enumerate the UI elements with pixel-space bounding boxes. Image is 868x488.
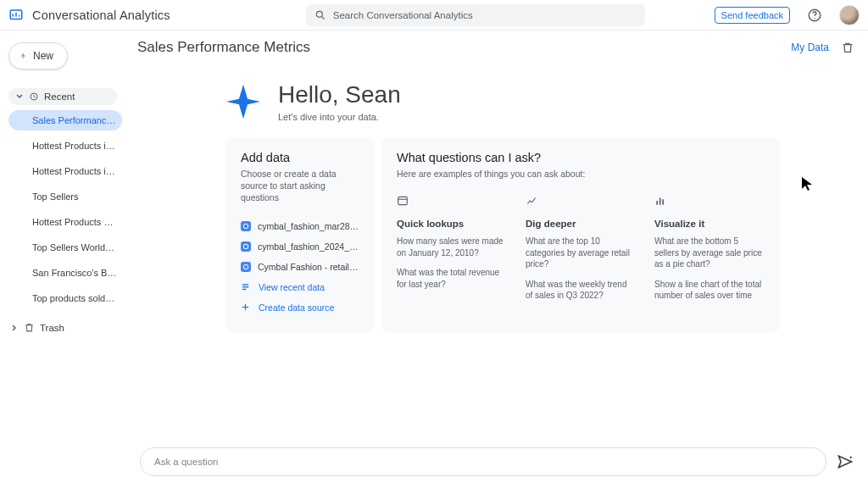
data-source-item[interactable]: cymbal_fashion_2024_03_28 xyxy=(241,236,359,257)
svg-rect-11 xyxy=(242,286,248,287)
sidebar: New Recent Sales Performance Met… Hottes… xyxy=(0,30,127,488)
search-icon xyxy=(314,9,326,21)
search-placeholder: Search Conversational Analytics xyxy=(333,10,473,20)
main-panel: Sales Performance Metrics My Data Hello,… xyxy=(127,30,868,488)
sidebar-item[interactable]: Top Sellers xyxy=(8,186,122,207)
trash-section[interactable]: Trash xyxy=(8,319,122,336)
create-data-source-link[interactable]: Create data source xyxy=(241,297,359,318)
help-icon[interactable] xyxy=(807,8,822,23)
add-data-desc: Choose or create a data source to start … xyxy=(241,168,359,204)
ask-placeholder: Ask a question xyxy=(154,457,218,467)
questions-card: What questions can I ask? Here are examp… xyxy=(381,137,780,333)
sidebar-item[interactable]: Hottest Products 2024-… xyxy=(8,212,122,232)
svg-line-2 xyxy=(322,16,325,19)
send-icon[interactable] xyxy=(837,453,854,470)
view-recent-data-link[interactable]: View recent data xyxy=(241,277,359,297)
avatar[interactable] xyxy=(839,5,860,25)
example-question[interactable]: How many sales were made on January 12, … xyxy=(397,236,507,258)
new-button-label: New xyxy=(33,50,53,62)
clock-icon xyxy=(29,92,39,102)
trash-label: Trash xyxy=(40,323,64,333)
question-column-quick: Quick lookups How many sales were made o… xyxy=(397,195,507,310)
datasource-icon xyxy=(241,221,251,231)
list-icon xyxy=(241,282,250,291)
questions-desc: Here are examples of things you can ask … xyxy=(397,168,765,180)
svg-point-20 xyxy=(850,457,852,458)
send-feedback-button[interactable]: Send feedback xyxy=(715,7,790,24)
sidebar-item[interactable]: Hottest Products in Mar… xyxy=(8,161,122,181)
dig-icon xyxy=(526,195,537,207)
data-source-item[interactable]: Cymbal Fashion - retail sales … xyxy=(241,257,359,277)
svg-point-4 xyxy=(814,18,815,19)
chevron-down-icon xyxy=(15,92,24,101)
ask-input[interactable]: Ask a question xyxy=(140,447,826,476)
ask-bar: Ask a question xyxy=(140,447,854,476)
sidebar-item[interactable]: Top products sold in Ma… xyxy=(8,288,122,308)
question-column-dig: Dig deeper What are the top 10 categorie… xyxy=(526,195,636,310)
lookup-icon xyxy=(397,195,409,207)
questions-heading: What questions can I ask? xyxy=(397,151,765,164)
cursor-icon xyxy=(801,176,813,191)
svg-rect-19 xyxy=(662,199,664,204)
sparkle-icon xyxy=(225,84,261,119)
plus-icon xyxy=(241,302,250,312)
add-data-card: Add data Choose or create a data source … xyxy=(225,137,375,333)
page-title: Sales Performance Metrics xyxy=(137,39,310,56)
search-input[interactable]: Search Conversational Analytics xyxy=(306,4,645,26)
hero: Hello, Sean Let's dive into your data. xyxy=(225,81,854,122)
example-question[interactable]: Show a line chart of the total number of… xyxy=(654,279,765,302)
delete-icon[interactable] xyxy=(841,41,854,54)
chevron-right-icon xyxy=(10,324,19,332)
app-header: Conversational Analytics Search Conversa… xyxy=(0,0,868,30)
datasource-icon xyxy=(241,241,251,252)
datasource-icon xyxy=(241,262,251,272)
plus-icon xyxy=(19,49,26,63)
recent-label: Recent xyxy=(44,92,75,102)
add-data-heading: Add data xyxy=(241,151,359,164)
app-title: Conversational Analytics xyxy=(32,8,170,22)
sidebar-item[interactable]: Sales Performance Met… xyxy=(8,110,122,130)
new-button[interactable]: New xyxy=(8,42,68,69)
example-question[interactable]: What are the bottom 5 sellers by average… xyxy=(654,236,765,270)
sidebar-item[interactable]: Hottest Products in Mar… xyxy=(8,136,122,156)
sidebar-item[interactable]: Top Sellers Worldwide xyxy=(8,237,122,258)
hero-greeting: Hello, Sean xyxy=(278,81,401,108)
example-question[interactable]: What was the total revenue for last year… xyxy=(397,267,507,290)
hero-subtitle: Let's dive into your data. xyxy=(278,112,401,122)
svg-rect-18 xyxy=(659,198,661,205)
trash-icon xyxy=(24,322,35,333)
chart-icon xyxy=(654,195,666,207)
question-column-visualize: Visualize it What are the bottom 5 selle… xyxy=(654,195,765,310)
svg-rect-10 xyxy=(242,284,248,285)
app-logo-icon xyxy=(8,8,24,23)
recent-section-header[interactable]: Recent xyxy=(8,88,117,105)
svg-rect-15 xyxy=(398,197,408,205)
svg-point-1 xyxy=(316,11,322,17)
example-question[interactable]: What are the top 10 categories by averag… xyxy=(526,236,636,270)
sidebar-item[interactable]: San Francisco's Best Se… xyxy=(8,263,122,283)
svg-rect-17 xyxy=(656,201,658,205)
data-source-item[interactable]: cymbal_fashion_mar28_2024… xyxy=(241,216,359,236)
my-data-link[interactable]: My Data xyxy=(791,42,829,53)
example-question[interactable]: What was the weekly trend of sales in Q3… xyxy=(526,279,636,302)
svg-rect-12 xyxy=(242,289,247,290)
